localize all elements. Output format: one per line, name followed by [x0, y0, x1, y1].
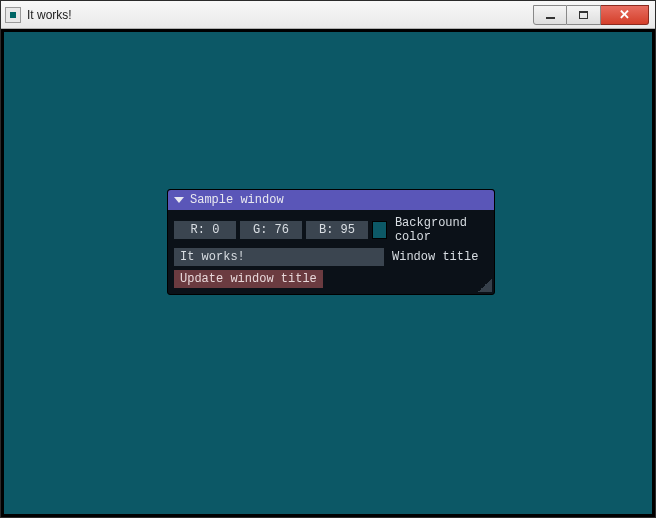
window-title-input-value: It works!	[180, 250, 245, 264]
window-title-input[interactable]: It works!	[174, 248, 384, 266]
b-slider[interactable]: B: 95	[306, 221, 368, 239]
minimize-button[interactable]	[533, 5, 567, 25]
button-row: Update window title	[174, 270, 488, 288]
sample-window-panel[interactable]: Sample window R: 0 G: 76 B: 95	[167, 189, 495, 295]
app-window: It works! ✕ Sample window R: 0 G:	[0, 0, 656, 518]
app-icon	[5, 7, 21, 23]
window-title-label: Window title	[388, 250, 478, 264]
update-title-button[interactable]: Update window title	[174, 270, 323, 288]
b-value: 95	[341, 223, 355, 237]
collapse-icon[interactable]	[174, 197, 184, 203]
window-controls: ✕	[533, 5, 649, 25]
r-label: R:	[191, 223, 205, 237]
bg-color-label: Background color	[391, 216, 488, 244]
title-row: It works! Window title	[174, 248, 488, 266]
panel-title: Sample window	[190, 193, 284, 207]
maximize-icon	[579, 11, 588, 19]
update-title-button-label: Update window title	[180, 272, 317, 286]
color-row: R: 0 G: 76 B: 95 Background color	[174, 216, 488, 244]
window-title: It works!	[27, 8, 72, 22]
panel-titlebar[interactable]: Sample window	[168, 190, 494, 210]
color-swatch[interactable]	[372, 221, 387, 239]
g-slider[interactable]: G: 76	[240, 221, 302, 239]
client-area: Sample window R: 0 G: 76 B: 95	[1, 29, 655, 517]
minimize-icon	[546, 17, 555, 19]
resize-grip[interactable]	[478, 278, 492, 292]
r-value: 0	[212, 223, 219, 237]
maximize-button[interactable]	[567, 5, 601, 25]
g-value: 76	[275, 223, 289, 237]
b-label: B:	[319, 223, 333, 237]
r-slider[interactable]: R: 0	[174, 221, 236, 239]
close-button[interactable]: ✕	[601, 5, 649, 25]
g-label: G:	[253, 223, 267, 237]
titlebar[interactable]: It works! ✕	[1, 1, 655, 29]
close-icon: ✕	[619, 8, 630, 21]
panel-body: R: 0 G: 76 B: 95 Background color	[168, 210, 494, 294]
